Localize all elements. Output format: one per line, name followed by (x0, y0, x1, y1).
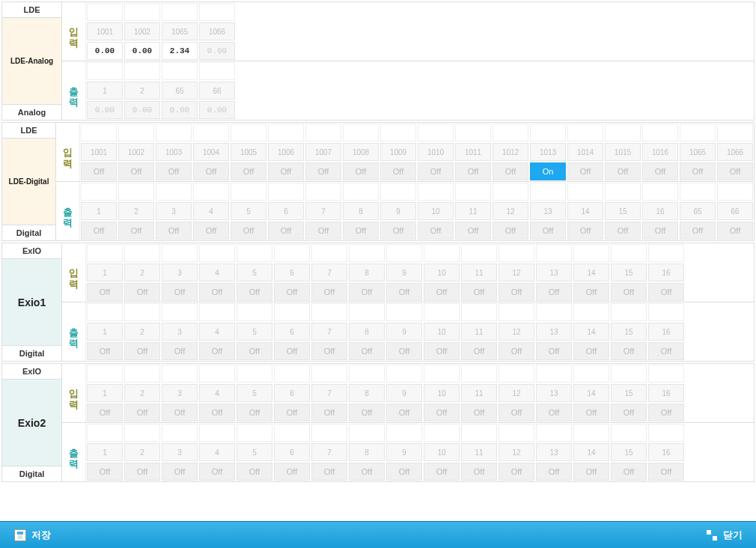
digital-state-cell[interactable]: Off (87, 342, 123, 360)
analog-value-cell[interactable]: 2.34 (162, 42, 198, 60)
digital-state-cell[interactable]: Off (124, 342, 160, 360)
digital-state-cell[interactable]: Off (605, 162, 641, 180)
digital-state-cell[interactable]: Off (567, 162, 603, 180)
digital-state-cell[interactable]: Off (611, 283, 647, 301)
digital-state-cell[interactable]: Off (87, 463, 123, 481)
digital-state-cell[interactable]: Off (237, 283, 272, 301)
digital-state-cell[interactable]: Off (162, 342, 198, 360)
digital-state-cell[interactable]: Off (424, 404, 460, 421)
digital-state-cell[interactable]: Off (536, 463, 572, 481)
digital-state-cell[interactable]: Off (461, 463, 497, 481)
digital-state-cell[interactable]: Off (461, 283, 497, 301)
digital-state-cell[interactable]: Off (424, 463, 460, 481)
digital-state-cell[interactable]: Off (274, 342, 310, 360)
digital-state-cell[interactable]: Off (193, 162, 229, 180)
digital-state-cell[interactable]: Off (274, 283, 310, 301)
digital-state-cell[interactable]: Off (349, 342, 385, 360)
digital-state-cell[interactable]: Off (461, 404, 497, 421)
digital-state-cell[interactable]: Off (237, 463, 272, 481)
digital-state-cell[interactable]: Off (680, 222, 716, 240)
digital-state-cell[interactable]: Off (573, 283, 609, 301)
digital-state-cell[interactable]: Off (87, 283, 123, 301)
digital-state-cell[interactable]: Off (418, 222, 454, 240)
digital-state-cell[interactable]: Off (680, 162, 716, 180)
digital-state-cell[interactable]: Off (573, 404, 609, 421)
digital-state-cell[interactable]: Off (162, 404, 198, 421)
digital-state-cell[interactable]: Off (499, 283, 534, 301)
digital-state-cell[interactable]: Off (268, 222, 304, 240)
digital-state-cell[interactable]: Off (199, 283, 235, 301)
save-button[interactable]: 저장 (6, 526, 58, 545)
digital-state-cell[interactable]: Off (499, 463, 534, 481)
digital-state-cell[interactable]: Off (305, 162, 341, 180)
digital-state-cell[interactable]: Off (311, 463, 347, 481)
analog-value-cell[interactable]: 0.00 (124, 42, 160, 60)
digital-state-cell[interactable]: Off (199, 463, 235, 481)
digital-state-cell[interactable]: Off (380, 162, 416, 180)
digital-state-cell[interactable]: Off (87, 404, 123, 421)
close-button[interactable]: 닫기 (698, 526, 750, 545)
digital-state-cell[interactable]: Off (424, 342, 460, 360)
digital-state-cell[interactable]: Off (81, 222, 117, 240)
digital-state-cell[interactable]: Off (311, 342, 347, 360)
digital-state-cell[interactable]: Off (611, 404, 647, 421)
digital-state-cell[interactable]: Off (199, 342, 235, 360)
digital-state-cell[interactable]: Off (274, 463, 310, 481)
digital-state-cell[interactable]: Off (536, 283, 572, 301)
digital-state-cell[interactable]: Off (124, 404, 160, 421)
digital-state-cell[interactable]: Off (499, 342, 534, 360)
digital-state-cell[interactable]: Off (536, 404, 572, 421)
digital-state-cell[interactable]: Off (193, 222, 229, 240)
digital-state-cell[interactable]: Off (349, 463, 385, 481)
digital-state-cell[interactable]: Off (611, 463, 647, 481)
digital-state-cell[interactable]: Off (231, 222, 266, 240)
digital-state-cell[interactable]: Off (349, 283, 385, 301)
digital-state-cell[interactable]: Off (642, 162, 678, 180)
digital-state-cell[interactable]: Off (493, 222, 528, 240)
digital-state-cell[interactable]: Off (162, 463, 198, 481)
digital-state-cell[interactable]: Off (199, 404, 235, 421)
digital-state-cell[interactable]: Off (386, 283, 422, 301)
digital-state-cell[interactable]: Off (231, 162, 266, 180)
digital-state-cell[interactable]: Off (311, 283, 347, 301)
digital-state-cell[interactable]: Off (386, 342, 422, 360)
digital-state-cell[interactable]: Off (573, 463, 609, 481)
digital-state-cell[interactable]: Off (455, 162, 491, 180)
digital-state-cell[interactable]: Off (81, 162, 117, 180)
digital-state-cell[interactable]: Off (349, 404, 385, 421)
digital-state-cell[interactable]: Off (642, 222, 678, 240)
digital-state-cell[interactable]: Off (717, 162, 753, 180)
digital-state-cell[interactable]: Off (536, 342, 572, 360)
digital-state-cell[interactable]: Off (530, 222, 566, 240)
digital-state-cell[interactable]: Off (305, 222, 341, 240)
digital-state-cell[interactable]: Off (573, 342, 609, 360)
digital-state-cell[interactable]: Off (605, 222, 641, 240)
digital-state-cell[interactable]: Off (611, 342, 647, 360)
digital-state-cell[interactable]: Off (386, 463, 422, 481)
digital-state-cell[interactable]: On (530, 162, 566, 180)
digital-state-cell[interactable]: Off (124, 463, 160, 481)
digital-state-cell[interactable]: Off (162, 283, 198, 301)
digital-state-cell[interactable]: Off (386, 404, 422, 421)
digital-state-cell[interactable]: Off (567, 222, 603, 240)
digital-state-cell[interactable]: Off (717, 222, 753, 240)
digital-state-cell[interactable]: Off (118, 222, 154, 240)
digital-state-cell[interactable]: Off (455, 222, 491, 240)
digital-state-cell[interactable]: Off (418, 162, 454, 180)
digital-state-cell[interactable]: Off (380, 222, 416, 240)
digital-state-cell[interactable]: Off (343, 222, 379, 240)
digital-state-cell[interactable]: Off (118, 162, 154, 180)
digital-state-cell[interactable]: Off (493, 162, 528, 180)
digital-state-cell[interactable]: Off (499, 404, 534, 421)
digital-state-cell[interactable]: Off (648, 463, 684, 481)
digital-state-cell[interactable]: Off (268, 162, 304, 180)
digital-state-cell[interactable]: Off (156, 222, 192, 240)
analog-value-cell[interactable]: 0.00 (87, 42, 123, 60)
digital-state-cell[interactable]: Off (237, 342, 272, 360)
digital-state-cell[interactable]: Off (648, 342, 684, 360)
digital-state-cell[interactable]: Off (274, 404, 310, 421)
digital-state-cell[interactable]: Off (424, 283, 460, 301)
digital-state-cell[interactable]: Off (311, 404, 347, 421)
digital-state-cell[interactable]: Off (124, 283, 160, 301)
digital-state-cell[interactable]: Off (237, 404, 272, 421)
